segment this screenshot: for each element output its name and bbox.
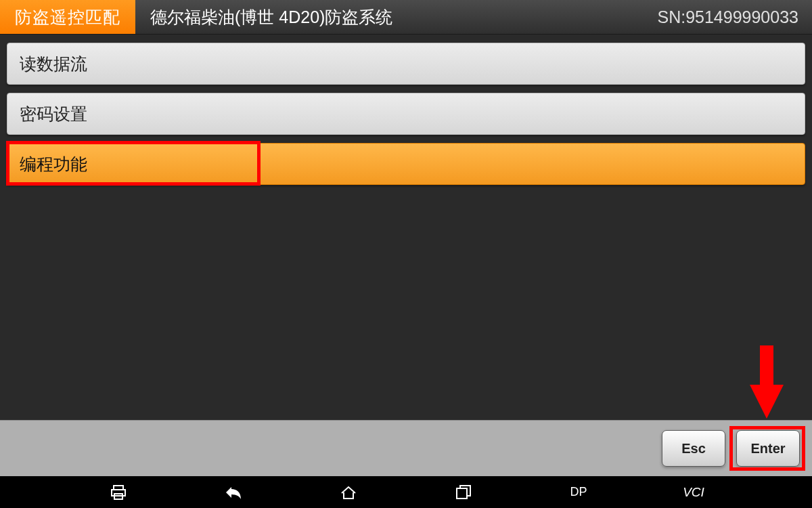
nav-back-icon[interactable] xyxy=(210,476,257,508)
header-serial: SN:951499990033 xyxy=(657,7,812,27)
menu-item-programming[interactable]: 编程功能 xyxy=(7,143,805,185)
nav-recent-icon[interactable] xyxy=(440,476,487,508)
footer-toolbar: Esc Enter xyxy=(0,420,812,476)
enter-button[interactable]: Enter xyxy=(736,430,800,467)
header-title: 德尔福柴油(博世 4D20)防盗系统 xyxy=(135,6,657,28)
nav-dp-button[interactable]: DP xyxy=(555,476,602,508)
menu-item-label: 密码设置 xyxy=(20,103,87,125)
esc-button[interactable]: Esc xyxy=(662,430,725,467)
nav-home-icon[interactable] xyxy=(325,476,372,508)
menu-list: 读数据流 密码设置 编程功能 xyxy=(0,35,812,185)
svg-rect-2 xyxy=(457,488,467,499)
annotation-arrow-icon xyxy=(750,345,784,421)
nav-print-icon[interactable] xyxy=(95,476,142,508)
menu-item-label: 编程功能 xyxy=(20,153,87,175)
menu-item-label: 读数据流 xyxy=(20,53,87,75)
app-header: 防盗遥控匹配 德尔福柴油(博世 4D20)防盗系统 SN:95149999003… xyxy=(0,0,812,35)
menu-item-password-settings[interactable]: 密码设置 xyxy=(7,93,805,135)
system-navbar: DP VCI xyxy=(0,476,812,508)
menu-item-read-data[interactable]: 读数据流 xyxy=(7,43,805,85)
nav-vci-button[interactable]: VCI xyxy=(670,476,717,508)
header-context-badge: 防盗遥控匹配 xyxy=(0,0,135,34)
